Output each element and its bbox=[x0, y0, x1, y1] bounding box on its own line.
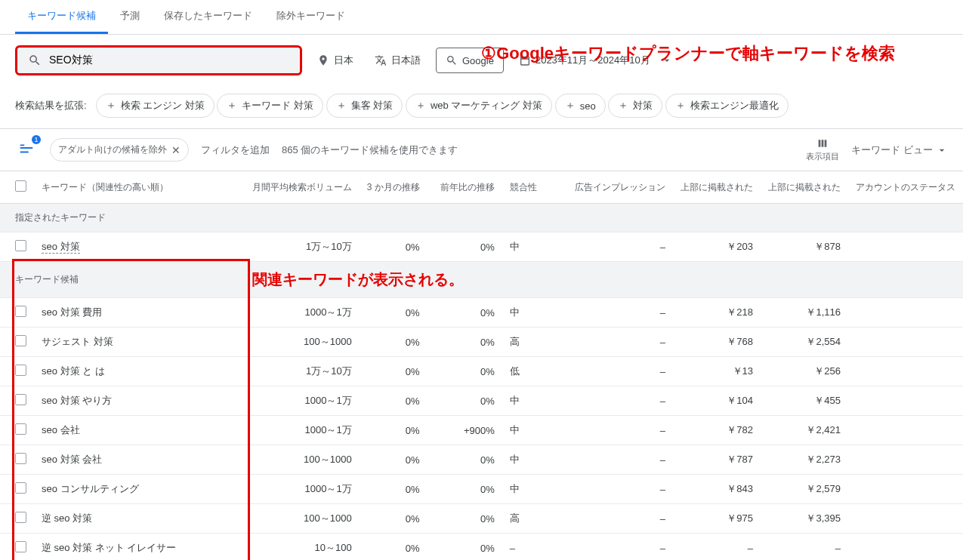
cell-impr: – bbox=[567, 357, 673, 386]
chip-label: 集客 対策 bbox=[351, 99, 394, 112]
cell-bid-high: ￥3,395 bbox=[761, 504, 848, 534]
tab-2[interactable]: 保存したキーワード bbox=[152, 0, 264, 34]
cell-competition: – bbox=[502, 534, 567, 561]
tab-0[interactable]: キーワード候補 bbox=[15, 0, 108, 34]
add-filter-button[interactable]: フィルタを追加 bbox=[201, 143, 270, 157]
cell-3month: 0% bbox=[360, 386, 427, 416]
plus-icon: ＋ bbox=[618, 99, 628, 112]
table-row[interactable]: 逆 seo 対策100～10000%0%高–￥975￥3,395 bbox=[0, 504, 963, 534]
row-checkbox[interactable] bbox=[15, 423, 26, 435]
section-provided: 指定されたキーワード bbox=[0, 204, 963, 232]
table-row[interactable]: seo 会社1000～1万0%+900%中–￥782￥2,421 bbox=[0, 416, 963, 445]
cell-impr: – bbox=[567, 328, 673, 357]
keyword-input[interactable] bbox=[49, 54, 289, 66]
col-keyword[interactable]: キーワード（関連性の高い順） bbox=[34, 171, 245, 204]
table-row[interactable]: seo 対策 費用1000～1万0%0%中–￥218￥1,116 bbox=[0, 298, 963, 328]
view-label: キーワード ビュー bbox=[851, 143, 933, 157]
col-competition[interactable]: 競合性 bbox=[502, 171, 567, 204]
cell-bid-high: ￥2,421 bbox=[761, 416, 848, 445]
cell-competition: 中 bbox=[502, 298, 567, 328]
broaden-chip-5[interactable]: ＋対策 bbox=[608, 94, 662, 118]
cell-3month: 0% bbox=[360, 298, 427, 328]
row-checkbox[interactable] bbox=[15, 512, 26, 523]
tab-1[interactable]: 予測 bbox=[108, 0, 152, 34]
table-row[interactable]: seo 対策 会社100～10000%0%中–￥787￥2,273 bbox=[0, 445, 963, 475]
select-all-checkbox[interactable] bbox=[15, 180, 26, 192]
cell-yoy: 0% bbox=[427, 445, 502, 475]
cell-yoy: 0% bbox=[427, 298, 502, 328]
table-row[interactable]: サジェスト 対策100～10000%0%高–￥768￥2,554 bbox=[0, 328, 963, 357]
language-icon bbox=[375, 54, 387, 66]
broaden-chip-1[interactable]: ＋キーワード 対策 bbox=[217, 94, 323, 118]
cell-bid-low: ￥104 bbox=[673, 386, 761, 416]
cell-bid-high: ￥878 bbox=[761, 232, 848, 262]
section-provided-label: 指定されたキーワード bbox=[0, 204, 963, 232]
plus-icon: ＋ bbox=[106, 99, 116, 112]
broaden-chip-4[interactable]: ＋seo bbox=[555, 94, 606, 118]
cell-bid-high: ￥455 bbox=[761, 386, 848, 416]
cell-volume: 100～1000 bbox=[245, 504, 360, 534]
table-row[interactable]: seo コンサルティング1000～1万0%0%中–￥843￥2,579 bbox=[0, 475, 963, 504]
chevron-down-icon bbox=[936, 144, 948, 156]
broaden-chip-0[interactable]: ＋検索 エンジン 対策 bbox=[96, 94, 215, 118]
row-checkbox[interactable] bbox=[15, 365, 26, 376]
cell-bid-low: ￥843 bbox=[673, 475, 761, 504]
row-checkbox[interactable] bbox=[15, 240, 26, 251]
chip-label: 検索 エンジン 対策 bbox=[121, 99, 205, 112]
keyword-search-box[interactable] bbox=[15, 45, 302, 75]
cell-bid-high: ￥1,116 bbox=[761, 298, 848, 328]
cell-status bbox=[848, 534, 963, 561]
cell-3month: 0% bbox=[360, 416, 427, 445]
row-checkbox[interactable] bbox=[15, 453, 26, 464]
col-impr[interactable]: 広告インプレッション bbox=[567, 171, 673, 204]
table-row[interactable]: seo 対策 やり方1000～1万0%0%中–￥104￥455 bbox=[0, 386, 963, 416]
chip-label: キーワード 対策 bbox=[242, 99, 313, 112]
search-icon bbox=[28, 54, 42, 67]
cell-bid-high: ￥2,554 bbox=[761, 328, 848, 357]
refine-icon[interactable]: 1 bbox=[15, 137, 38, 163]
col-volume[interactable]: 月間平均検索ボリューム bbox=[245, 171, 360, 204]
row-checkbox[interactable] bbox=[15, 335, 26, 346]
table-row[interactable]: 逆 seo 対策 ネット イレイサー10～1000%0%–––– bbox=[0, 534, 963, 561]
row-checkbox[interactable] bbox=[15, 482, 26, 494]
close-icon[interactable]: ✕ bbox=[171, 144, 181, 156]
broaden-chip-3[interactable]: ＋web マーケティング 対策 bbox=[406, 94, 552, 118]
broaden-chip-6[interactable]: ＋検索エンジン最適化 bbox=[665, 94, 789, 118]
plus-icon: ＋ bbox=[336, 99, 347, 112]
cell-impr: – bbox=[567, 386, 673, 416]
cell-impr: – bbox=[567, 232, 673, 262]
cell-status bbox=[848, 328, 963, 357]
exclude-adult-chip[interactable]: アダルト向けの候補を除外 ✕ bbox=[50, 138, 189, 162]
table-header-row: キーワード（関連性の高い順） 月間平均検索ボリューム 3 か月の推移 前年比の推… bbox=[0, 171, 963, 204]
language-setting[interactable]: 日本語 bbox=[369, 49, 427, 72]
results-toolbar: 1 アダルト向けの候補を除外 ✕ フィルタを追加 865 個のキーワード候補を使… bbox=[0, 129, 963, 171]
col-yoy[interactable]: 前年比の推移 bbox=[427, 171, 502, 204]
tab-3[interactable]: 除外キーワード bbox=[264, 0, 357, 34]
table-row[interactable]: seo 対策 と は1万～10万0%0%低–￥13￥256 bbox=[0, 357, 963, 386]
col-status[interactable]: アカウントのステータス bbox=[848, 171, 963, 204]
plus-icon: ＋ bbox=[565, 99, 576, 112]
chip-label: 対策 bbox=[633, 99, 653, 112]
cell-3month: 0% bbox=[360, 445, 427, 475]
cell-3month: 0% bbox=[360, 475, 427, 504]
col-bid-low[interactable]: 上部に掲載された bbox=[673, 171, 761, 204]
table-row[interactable]: seo 対策1万～10万0%0%中–￥203￥878 bbox=[0, 232, 963, 262]
cell-status bbox=[848, 232, 963, 262]
columns-button[interactable]: 表示項目 bbox=[806, 137, 839, 162]
col-3month[interactable]: 3 か月の推移 bbox=[360, 171, 427, 204]
location-setting[interactable]: 日本 bbox=[311, 49, 360, 72]
cell-yoy: 0% bbox=[427, 475, 502, 504]
section-ideas: キーワード候補関連キーワードが表示される。 bbox=[0, 262, 963, 298]
cell-status bbox=[848, 357, 963, 386]
cell-impr: – bbox=[567, 298, 673, 328]
col-bid-high[interactable]: 上部に掲載された bbox=[761, 171, 848, 204]
broaden-chip-2[interactable]: ＋集客 対策 bbox=[326, 94, 403, 118]
row-checkbox[interactable] bbox=[15, 394, 26, 405]
row-checkbox[interactable] bbox=[15, 541, 26, 552]
view-selector[interactable]: キーワード ビュー bbox=[851, 143, 948, 157]
cell-yoy: 0% bbox=[427, 328, 502, 357]
cell-bid-low: ￥782 bbox=[673, 416, 761, 445]
row-checkbox[interactable] bbox=[15, 306, 26, 317]
cell-impr: – bbox=[567, 534, 673, 561]
cell-yoy: +900% bbox=[427, 416, 502, 445]
